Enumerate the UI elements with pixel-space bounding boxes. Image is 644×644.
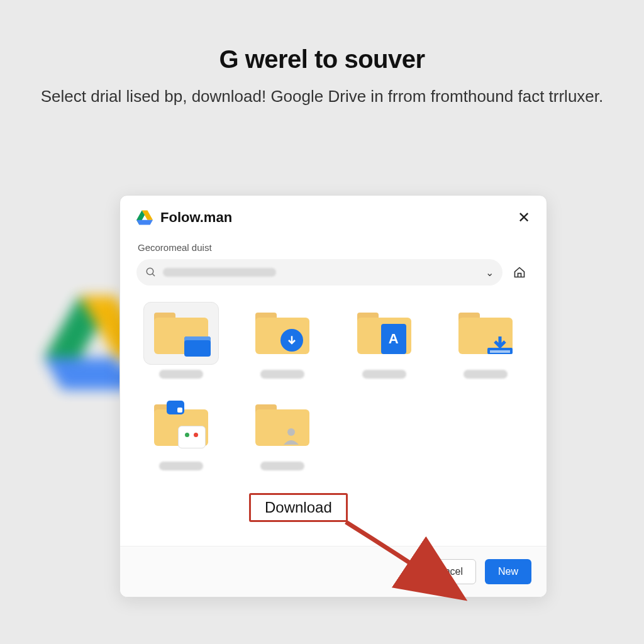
svg-rect-11 bbox=[490, 350, 510, 353]
chip-badge-icon bbox=[167, 401, 184, 414]
arrow-annotation-icon bbox=[340, 516, 478, 610]
chevron-down-icon[interactable]: ⌄ bbox=[486, 267, 494, 279]
page-title: G werel to souver bbox=[0, 45, 644, 74]
folder-icon bbox=[255, 404, 309, 446]
dialog-footer: Cancel New bbox=[120, 546, 547, 597]
path-label: Gecoromeal duist bbox=[138, 242, 529, 253]
svg-line-8 bbox=[152, 274, 155, 276]
document-badge-icon bbox=[184, 336, 211, 357]
download-tray-icon bbox=[486, 336, 514, 355]
folder-item[interactable] bbox=[136, 394, 226, 470]
folder-item[interactable]: A bbox=[340, 302, 429, 379]
search-input[interactable]: ⌄ bbox=[136, 259, 502, 286]
folder-item[interactable] bbox=[238, 302, 328, 379]
folder-icon bbox=[154, 404, 208, 446]
folder-label-blur bbox=[260, 462, 304, 470]
folder-label-blur bbox=[159, 370, 203, 379]
folder-item[interactable] bbox=[238, 394, 328, 470]
page-subtitle: Select drial lised bp, download! Google … bbox=[0, 85, 644, 109]
drive-logo-icon bbox=[136, 210, 153, 225]
folder-item[interactable] bbox=[136, 302, 226, 379]
person-badge-icon bbox=[282, 426, 301, 445]
home-button[interactable] bbox=[509, 262, 530, 283]
folder-label-blur bbox=[464, 370, 508, 379]
folder-grid: A bbox=[136, 302, 530, 470]
folder-icon bbox=[458, 313, 513, 354]
download-callout: Download bbox=[249, 493, 348, 522]
folder-icon bbox=[255, 313, 309, 354]
download-badge-icon bbox=[280, 329, 303, 352]
search-placeholder-blur bbox=[163, 268, 276, 277]
close-button[interactable]: ✕ bbox=[518, 210, 530, 225]
file-picker-dialog: Folow.man ✕ Gecoromeal duist ⌄ bbox=[119, 195, 547, 597]
folder-icon: A bbox=[357, 313, 411, 354]
folder-label-blur bbox=[362, 370, 406, 379]
folder-icon bbox=[154, 313, 208, 354]
folder-item[interactable] bbox=[441, 302, 531, 379]
new-button[interactable]: New bbox=[485, 559, 531, 584]
svg-marker-6 bbox=[136, 220, 153, 225]
card-badge-icon bbox=[178, 426, 206, 448]
folder-label-blur bbox=[260, 370, 304, 379]
folder-label-blur bbox=[159, 462, 203, 470]
dialog-title: Folow.man bbox=[160, 209, 518, 226]
svg-point-7 bbox=[147, 268, 153, 275]
svg-point-12 bbox=[287, 428, 295, 436]
font-badge-icon: A bbox=[381, 324, 406, 354]
search-icon bbox=[145, 267, 157, 278]
